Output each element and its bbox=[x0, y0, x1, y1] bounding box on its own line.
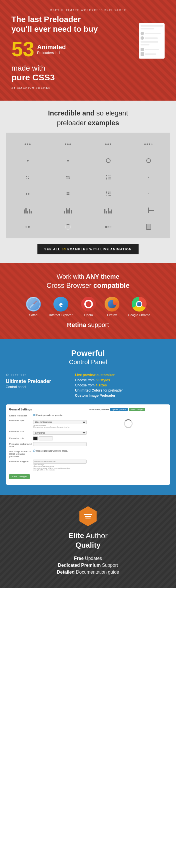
cup-shape-1 bbox=[146, 224, 151, 230]
hero-main-content: The last Preloader you'll ever need to b… bbox=[11, 14, 165, 89]
browser-opera: Opera bbox=[81, 297, 96, 317]
cp-right-title: Preloader preview Update preview Save Ch… bbox=[89, 408, 167, 413]
bars-1 bbox=[24, 207, 32, 214]
pl-cell-8 bbox=[129, 153, 168, 168]
hero-animated-block: Animated Preloaders in 1 bbox=[37, 43, 66, 55]
spinner-ring-1 bbox=[65, 224, 71, 230]
dot-ring-2 bbox=[146, 158, 151, 163]
cp-image-row: Use image instead of CSS3 animated prelo… bbox=[9, 450, 87, 458]
pl-cell-14 bbox=[49, 187, 87, 201]
pl-cell-11 bbox=[89, 170, 127, 184]
cp-color-row: Preloader color bbox=[9, 436, 87, 440]
cp-size-label: Preloader size bbox=[9, 430, 32, 433]
hero-css3: pure CSS3 bbox=[11, 72, 55, 82]
feature-3: Choose from 4 sizes bbox=[75, 383, 170, 387]
retina-label: Retina support bbox=[6, 321, 170, 329]
cp-bgcolor-row: Preloader background color bbox=[9, 442, 87, 448]
dots-dash-1 bbox=[105, 226, 111, 228]
elite-section: Elite Author Quality Free Updates Dedica… bbox=[0, 495, 176, 588]
chrome-icon bbox=[132, 297, 147, 312]
dot-ring-1 bbox=[106, 158, 111, 163]
browser-ie: e Internet Explorer bbox=[50, 297, 72, 317]
pl-cell-24 bbox=[129, 220, 168, 234]
hero-made-text: made with pure CSS3 bbox=[11, 64, 133, 82]
preloader-grid bbox=[6, 133, 170, 238]
elite-badge bbox=[78, 506, 98, 526]
dot-grid-1 bbox=[66, 192, 69, 195]
opera-o bbox=[84, 300, 93, 308]
pl-cell-12 bbox=[129, 170, 168, 184]
product-desc: Control panel bbox=[6, 385, 69, 389]
cp-save-button[interactable]: Save Changes bbox=[129, 408, 145, 411]
cp-image-value: Replace preloader with your image. bbox=[33, 450, 87, 452]
hex-line-2 bbox=[85, 516, 91, 517]
preview-bar-1 bbox=[141, 25, 163, 27]
pl-cell-6 bbox=[49, 153, 87, 168]
pl-cell-13 bbox=[8, 187, 47, 201]
control-features: ⚙ FEATURES Ultimate Preloader Control pa… bbox=[6, 373, 170, 399]
save-changes-button[interactable]: Save Changes bbox=[9, 474, 30, 479]
pl-cell-20 bbox=[129, 203, 168, 217]
cp-color-swatch[interactable] bbox=[33, 436, 38, 440]
browser-firefox: Firefox bbox=[105, 297, 119, 317]
pl-cell-17 bbox=[8, 203, 47, 217]
cp-left-title: General Settings bbox=[9, 408, 87, 412]
cp-col-left: General Settings Enable Preloader Enable… bbox=[9, 408, 87, 479]
pl-cell-9 bbox=[8, 170, 47, 184]
feature-5: Custom Image Preloader bbox=[75, 394, 170, 398]
hero-section: MEET ULTIMATE WORDPRESS PRELOADER The la… bbox=[0, 0, 176, 101]
elite-title: Elite Author bbox=[6, 531, 170, 540]
dots-3-2 bbox=[65, 144, 71, 145]
pl-cell-5 bbox=[8, 153, 47, 168]
dot-single-sm bbox=[148, 177, 149, 178]
cta-button[interactable]: SEE ALL 53 EXAMPLES WITH LIVE ANIMATION bbox=[37, 244, 139, 254]
cp-size-select[interactable]: Extra large bbox=[33, 431, 87, 435]
preview-icon-bar-2 bbox=[145, 37, 158, 39]
hero-number: 53 bbox=[11, 39, 34, 59]
cp-size-value: Extra large bbox=[33, 430, 87, 435]
dot-grid-2 bbox=[106, 191, 111, 196]
examples-title-2: preloader examples bbox=[6, 119, 170, 127]
features-right: Live preview customizer Choose from 53 s… bbox=[75, 373, 170, 399]
preview-bar-4 bbox=[141, 44, 149, 45]
features-left: ⚙ FEATURES Ultimate Preloader Control pa… bbox=[6, 373, 69, 399]
cp-enable-value: Enable preloader on your site. bbox=[33, 414, 87, 416]
safari-label: Safari bbox=[29, 313, 37, 317]
features-label: ⚙ FEATURES bbox=[6, 373, 69, 377]
cp-bgcolor-value bbox=[33, 442, 87, 446]
dots-3-3 bbox=[105, 144, 111, 145]
ie-icon: e bbox=[53, 297, 68, 312]
cp-bgcolor-label: Preloader background color bbox=[9, 442, 32, 448]
cp-url-row: Preloader image url /portfolio2/smile-or… bbox=[9, 460, 87, 471]
preview-row-4 bbox=[141, 52, 163, 56]
cp-url-input[interactable]: /portfolio2/smile-orange.png bbox=[33, 460, 87, 464]
control-panel-screenshot: General Settings Enable Preloader Enable… bbox=[6, 404, 170, 485]
pl-cell-19 bbox=[89, 203, 127, 217]
preview-row-3 bbox=[141, 48, 163, 51]
chrome-label: Google Chrome bbox=[128, 313, 150, 317]
browser-title: Work with ANY theme bbox=[6, 273, 170, 280]
cp-bgcolor-input[interactable] bbox=[33, 442, 87, 446]
cp-image-radio-row: Replace preloader with your image. bbox=[33, 450, 87, 452]
pl-cell-15 bbox=[89, 187, 127, 201]
chrome-inner bbox=[136, 301, 142, 307]
pl-cell-22 bbox=[49, 220, 87, 234]
feature-1: Live preview customizer bbox=[75, 373, 170, 377]
gear-icon: ⚙ bbox=[6, 373, 9, 377]
cp-radio-label: Enable preloader on your site. bbox=[36, 414, 63, 416]
hero-brand: MAGNIUM THEMES bbox=[18, 86, 51, 89]
preview-icon-bar bbox=[145, 33, 160, 34]
elite-item-1: Free Updates bbox=[6, 556, 170, 561]
scatter-2 bbox=[66, 176, 70, 179]
cp-style-select[interactable]: Lime light (darknes bbox=[33, 420, 87, 424]
cp-image-label: Use image instead of CSS3 animated prelo… bbox=[9, 450, 32, 458]
cp-color-input[interactable] bbox=[38, 436, 53, 440]
cta-count: 53 bbox=[62, 248, 66, 251]
cp-image-radio[interactable] bbox=[33, 450, 35, 452]
opera-label: Opera bbox=[84, 313, 93, 317]
hex-line-1 bbox=[84, 514, 92, 515]
cp-style-row: Preloader style Lime light (darknes Sele… bbox=[9, 419, 87, 428]
cp-enable-row: Enable Preloader Enable preloader on you… bbox=[9, 414, 87, 417]
cp-radio-btn[interactable] bbox=[33, 414, 35, 416]
update-preview-button[interactable]: Update preview bbox=[110, 408, 128, 411]
